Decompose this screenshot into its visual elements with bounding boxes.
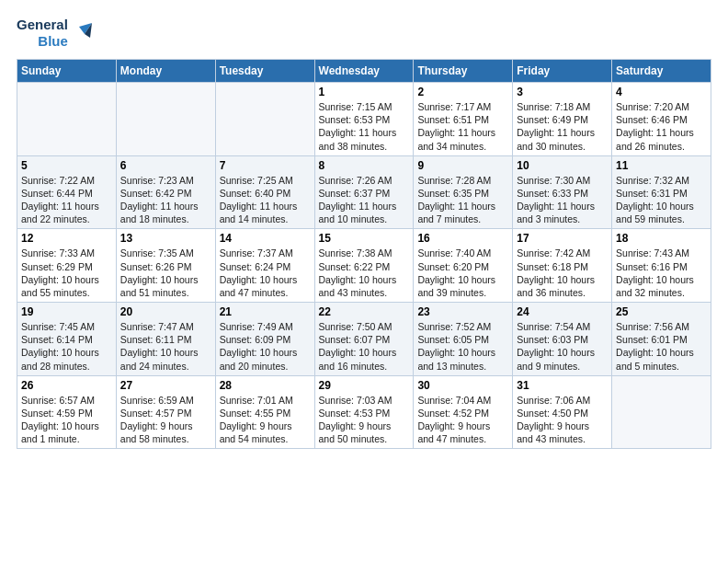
day-info: Sunrise: 7:40 AM Sunset: 6:20 PM Dayligh…	[417, 247, 508, 299]
day-number: 22	[319, 305, 410, 318]
calendar-cell	[116, 83, 215, 156]
day-info: Sunrise: 7:23 AM Sunset: 6:42 PM Dayligh…	[120, 174, 211, 226]
calendar-cell: 13Sunrise: 7:35 AM Sunset: 6:26 PM Dayli…	[116, 229, 215, 303]
calendar-cell: 14Sunrise: 7:37 AM Sunset: 6:24 PM Dayli…	[215, 229, 314, 303]
day-info: Sunrise: 7:38 AM Sunset: 6:22 PM Dayligh…	[319, 247, 410, 299]
weekday-header-friday: Friday	[513, 60, 612, 83]
day-info: Sunrise: 7:37 AM Sunset: 6:24 PM Dayligh…	[220, 247, 311, 299]
calendar-cell: 2Sunrise: 7:17 AM Sunset: 6:51 PM Daylig…	[414, 83, 513, 156]
day-number: 31	[517, 379, 608, 392]
logo-text-general: General	[17, 17, 68, 33]
calendar-cell: 9Sunrise: 7:28 AM Sunset: 6:35 PM Daylig…	[414, 155, 513, 229]
day-info: Sunrise: 7:06 AM Sunset: 4:50 PM Dayligh…	[517, 394, 608, 446]
day-info: Sunrise: 6:57 AM Sunset: 4:59 PM Dayligh…	[21, 394, 112, 446]
day-number: 12	[21, 232, 112, 245]
calendar-cell: 28Sunrise: 7:01 AM Sunset: 4:55 PM Dayli…	[215, 375, 314, 449]
week-row-2: 5Sunrise: 7:22 AM Sunset: 6:44 PM Daylig…	[17, 155, 711, 229]
week-row-4: 19Sunrise: 7:45 AM Sunset: 6:14 PM Dayli…	[17, 303, 711, 376]
week-row-5: 26Sunrise: 6:57 AM Sunset: 4:59 PM Dayli…	[17, 375, 711, 449]
day-number: 27	[120, 379, 211, 392]
day-info: Sunrise: 7:32 AM Sunset: 6:31 PM Dayligh…	[616, 174, 707, 226]
day-number: 30	[417, 379, 508, 392]
calendar-cell: 29Sunrise: 7:03 AM Sunset: 4:53 PM Dayli…	[314, 375, 414, 449]
day-number: 4	[616, 86, 707, 98]
day-number: 26	[21, 379, 112, 392]
calendar-cell	[215, 83, 314, 156]
calendar-cell: 30Sunrise: 7:04 AM Sunset: 4:52 PM Dayli…	[414, 375, 513, 449]
calendar-cell: 10Sunrise: 7:30 AM Sunset: 6:33 PM Dayli…	[513, 155, 612, 229]
calendar-cell: 17Sunrise: 7:42 AM Sunset: 6:18 PM Dayli…	[513, 229, 612, 303]
calendar-cell: 15Sunrise: 7:38 AM Sunset: 6:22 PM Dayli…	[314, 229, 414, 303]
day-info: Sunrise: 7:26 AM Sunset: 6:37 PM Dayligh…	[319, 174, 410, 226]
week-row-3: 12Sunrise: 7:33 AM Sunset: 6:29 PM Dayli…	[17, 229, 711, 303]
weekday-header-saturday: Saturday	[612, 60, 711, 83]
calendar-cell: 27Sunrise: 6:59 AM Sunset: 4:57 PM Dayli…	[116, 375, 215, 449]
weekday-header-wednesday: Wednesday	[314, 60, 414, 83]
day-info: Sunrise: 7:18 AM Sunset: 6:49 PM Dayligh…	[517, 100, 608, 153]
day-info: Sunrise: 7:43 AM Sunset: 6:16 PM Dayligh…	[616, 247, 707, 299]
day-number: 3	[517, 86, 608, 98]
calendar: SundayMondayTuesdayWednesdayThursdayFrid…	[17, 59, 711, 449]
day-number: 28	[220, 379, 311, 392]
day-number: 17	[517, 232, 608, 245]
calendar-cell: 6Sunrise: 7:23 AM Sunset: 6:42 PM Daylig…	[116, 155, 215, 229]
calendar-cell: 21Sunrise: 7:49 AM Sunset: 6:09 PM Dayli…	[215, 303, 314, 376]
day-info: Sunrise: 7:04 AM Sunset: 4:52 PM Dayligh…	[417, 394, 508, 446]
day-info: Sunrise: 7:45 AM Sunset: 6:14 PM Dayligh…	[21, 320, 112, 373]
calendar-cell	[17, 83, 117, 156]
day-info: Sunrise: 7:35 AM Sunset: 6:26 PM Dayligh…	[120, 247, 211, 299]
day-info: Sunrise: 7:47 AM Sunset: 6:11 PM Dayligh…	[120, 320, 211, 373]
day-number: 15	[319, 232, 410, 245]
day-number: 18	[616, 232, 707, 245]
calendar-cell: 7Sunrise: 7:25 AM Sunset: 6:40 PM Daylig…	[215, 155, 314, 229]
logo-bird-icon	[72, 23, 92, 43]
day-number: 9	[417, 159, 508, 172]
day-info: Sunrise: 7:50 AM Sunset: 6:07 PM Dayligh…	[319, 320, 410, 373]
calendar-cell: 1Sunrise: 7:15 AM Sunset: 6:53 PM Daylig…	[314, 83, 414, 156]
calendar-cell: 20Sunrise: 7:47 AM Sunset: 6:11 PM Dayli…	[116, 303, 215, 376]
weekday-header-sunday: Sunday	[17, 60, 117, 83]
logo-graphic: General Blue	[17, 17, 92, 50]
day-number: 1	[319, 86, 410, 98]
calendar-cell: 4Sunrise: 7:20 AM Sunset: 6:46 PM Daylig…	[612, 83, 711, 156]
logo-text-blue: Blue	[38, 33, 68, 50]
day-info: Sunrise: 7:56 AM Sunset: 6:01 PM Dayligh…	[616, 320, 707, 373]
calendar-cell: 11Sunrise: 7:32 AM Sunset: 6:31 PM Dayli…	[612, 155, 711, 229]
calendar-cell: 26Sunrise: 6:57 AM Sunset: 4:59 PM Dayli…	[17, 375, 117, 449]
weekday-header-tuesday: Tuesday	[215, 60, 314, 83]
day-info: Sunrise: 7:42 AM Sunset: 6:18 PM Dayligh…	[517, 247, 608, 299]
day-number: 20	[120, 305, 211, 318]
day-number: 10	[517, 159, 608, 172]
calendar-cell: 3Sunrise: 7:18 AM Sunset: 6:49 PM Daylig…	[513, 83, 612, 156]
calendar-cell: 18Sunrise: 7:43 AM Sunset: 6:16 PM Dayli…	[612, 229, 711, 303]
day-info: Sunrise: 7:49 AM Sunset: 6:09 PM Dayligh…	[220, 320, 311, 373]
weekday-header-monday: Monday	[116, 60, 215, 83]
day-info: Sunrise: 6:59 AM Sunset: 4:57 PM Dayligh…	[120, 394, 211, 446]
calendar-cell: 5Sunrise: 7:22 AM Sunset: 6:44 PM Daylig…	[17, 155, 117, 229]
day-number: 21	[220, 305, 311, 318]
calendar-cell: 24Sunrise: 7:54 AM Sunset: 6:03 PM Dayli…	[513, 303, 612, 376]
day-number: 8	[319, 159, 410, 172]
day-info: Sunrise: 7:33 AM Sunset: 6:29 PM Dayligh…	[21, 247, 112, 299]
day-info: Sunrise: 7:15 AM Sunset: 6:53 PM Dayligh…	[319, 100, 410, 153]
day-info: Sunrise: 7:03 AM Sunset: 4:53 PM Dayligh…	[319, 394, 410, 446]
weekday-header-thursday: Thursday	[414, 60, 513, 83]
week-row-1: 1Sunrise: 7:15 AM Sunset: 6:53 PM Daylig…	[17, 83, 711, 156]
calendar-cell: 31Sunrise: 7:06 AM Sunset: 4:50 PM Dayli…	[513, 375, 612, 449]
calendar-cell: 22Sunrise: 7:50 AM Sunset: 6:07 PM Dayli…	[314, 303, 414, 376]
day-info: Sunrise: 7:22 AM Sunset: 6:44 PM Dayligh…	[21, 174, 112, 226]
day-info: Sunrise: 7:25 AM Sunset: 6:40 PM Dayligh…	[220, 174, 311, 226]
day-info: Sunrise: 7:30 AM Sunset: 6:33 PM Dayligh…	[517, 174, 608, 226]
day-number: 7	[220, 159, 311, 172]
weekday-header-row: SundayMondayTuesdayWednesdayThursdayFrid…	[17, 60, 711, 83]
calendar-cell: 8Sunrise: 7:26 AM Sunset: 6:37 PM Daylig…	[314, 155, 414, 229]
calendar-cell: 23Sunrise: 7:52 AM Sunset: 6:05 PM Dayli…	[414, 303, 513, 376]
day-number: 16	[417, 232, 508, 245]
calendar-cell	[612, 375, 711, 449]
day-number: 2	[417, 86, 508, 98]
day-number: 29	[319, 379, 410, 392]
day-info: Sunrise: 7:52 AM Sunset: 6:05 PM Dayligh…	[417, 320, 508, 373]
day-number: 13	[120, 232, 211, 245]
day-number: 19	[21, 305, 112, 318]
calendar-cell: 12Sunrise: 7:33 AM Sunset: 6:29 PM Dayli…	[17, 229, 117, 303]
